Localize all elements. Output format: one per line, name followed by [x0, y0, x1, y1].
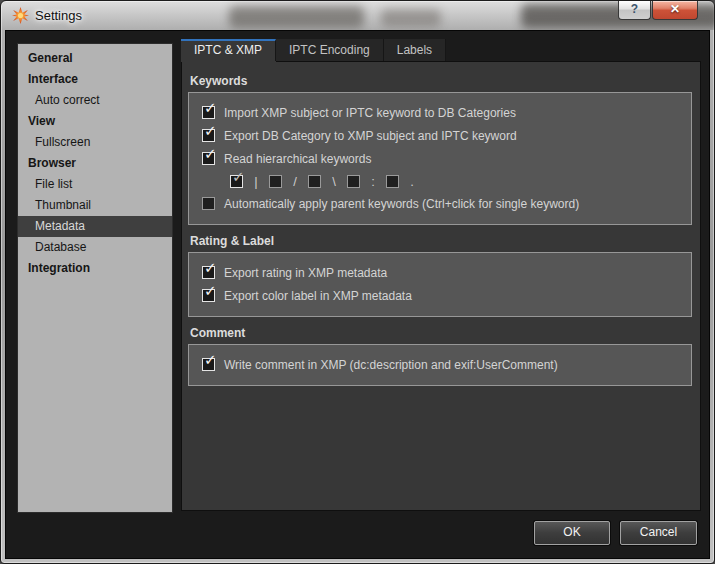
checkbox-row[interactable]: Read hierarchical keywords [202, 147, 687, 170]
sidebar-item-label: File list [35, 177, 72, 191]
sidebar-item-label: Integration [28, 261, 90, 275]
checkbox-write-comment[interactable] [202, 358, 215, 371]
cancel-button[interactable]: Cancel [620, 521, 697, 545]
group-title-comment: Comment [190, 326, 692, 340]
checkbox-row[interactable]: Automatically apply parent keywords (Ctr… [202, 192, 687, 215]
sidebar-item-label: Database [35, 240, 86, 254]
close-icon: ✕ [670, 2, 680, 16]
checkbox-row[interactable]: Export color label in XMP metadata [202, 284, 687, 307]
hierarchy-separator-row: | / \ : . [230, 170, 687, 192]
sidebar-item-integration[interactable]: Integration [18, 258, 172, 279]
separator-char: : [369, 174, 377, 189]
sidebar-item-view[interactable]: View [18, 111, 172, 132]
group-title-keywords: Keywords [190, 74, 692, 88]
sidebar-item-database[interactable]: Database [18, 237, 172, 258]
tab-label: Labels [397, 43, 432, 57]
checkbox-label: Automatically apply parent keywords (Ctr… [224, 197, 579, 211]
checkbox-label: Import XMP subject or IPTC keyword to DB… [224, 106, 516, 120]
glass-reflection [229, 6, 364, 28]
ok-button[interactable]: OK [534, 521, 610, 545]
checkbox-label: Export DB Category to XMP subject and IP… [224, 129, 517, 143]
tab-label: IPTC Encoding [289, 43, 370, 57]
checkbox-read-hierarchical[interactable] [202, 152, 215, 165]
caption-buttons: ? ✕ [618, 1, 698, 20]
checkbox-export-color-label[interactable] [202, 289, 215, 302]
help-icon: ? [631, 2, 638, 16]
checkbox-row[interactable]: Export DB Category to XMP subject and IP… [202, 124, 687, 147]
group-rating-label: Export rating in XMP metadata Export col… [188, 252, 692, 317]
sidebar-item-auto-correct[interactable]: Auto correct [18, 90, 172, 111]
sidebar-item-label: Auto correct [35, 93, 100, 107]
settings-sidebar: General Interface Auto correct View Full… [17, 43, 173, 513]
checkbox-label: Export color label in XMP metadata [224, 289, 412, 303]
titlebar[interactable]: Settings [1, 1, 714, 30]
separator-checkbox-dot[interactable] [386, 175, 399, 188]
separator-char: / [291, 174, 299, 189]
group-keywords: Import XMP subject or IPTC keyword to DB… [188, 92, 692, 225]
separator-char: \ [330, 174, 338, 189]
separator-checkbox-slash[interactable] [269, 175, 282, 188]
group-title-rating-label: Rating & Label [190, 234, 692, 248]
sidebar-item-browser[interactable]: Browser [18, 153, 172, 174]
tab-page-iptc-xmp: Keywords Import XMP subject or IPTC keyw… [181, 61, 701, 511]
separator-char: . [408, 174, 416, 189]
tab-label: IPTC & XMP [194, 43, 262, 57]
sidebar-item-file-list[interactable]: File list [18, 174, 172, 195]
sidebar-item-label: Metadata [35, 219, 85, 233]
checkbox-export-rating[interactable] [202, 266, 215, 279]
separator-checkbox-pipe[interactable] [230, 175, 243, 188]
client-area: General Interface Auto correct View Full… [5, 30, 710, 559]
checkbox-label: Read hierarchical keywords [224, 152, 371, 166]
checkbox-label: Write comment in XMP (dc:description and… [224, 358, 558, 372]
tab-strip: IPTC & XMP IPTC Encoding Labels [181, 39, 701, 61]
separator-checkbox-backslash[interactable] [308, 175, 321, 188]
tab-iptc-encoding[interactable]: IPTC Encoding [276, 39, 384, 61]
sidebar-item-label: General [28, 51, 73, 65]
checkbox-import-xmp[interactable] [202, 106, 215, 119]
separator-checkbox-colon[interactable] [347, 175, 360, 188]
sidebar-item-general[interactable]: General [18, 48, 172, 69]
checkbox-row[interactable]: Import XMP subject or IPTC keyword to DB… [202, 101, 687, 124]
group-comment: Write comment in XMP (dc:description and… [188, 344, 692, 386]
sidebar-item-label: Browser [28, 156, 76, 170]
glass-reflection [381, 9, 441, 27]
sidebar-item-label: Fullscreen [35, 135, 90, 149]
sidebar-item-label: Thumbnail [35, 198, 91, 212]
checkbox-label: Export rating in XMP metadata [224, 266, 387, 280]
help-button[interactable]: ? [618, 1, 651, 20]
sidebar-item-interface[interactable]: Interface [18, 69, 172, 90]
close-button[interactable]: ✕ [652, 1, 698, 20]
checkbox-apply-parent-keywords[interactable] [202, 197, 215, 210]
separator-char: | [252, 174, 260, 189]
sidebar-item-fullscreen[interactable]: Fullscreen [18, 132, 172, 153]
checkbox-export-db-category[interactable] [202, 129, 215, 142]
sunburst-icon [12, 7, 29, 24]
window-title: Settings [35, 8, 82, 23]
tab-labels[interactable]: Labels [384, 39, 446, 61]
metadata-tab-control: IPTC & XMP IPTC Encoding Labels Keywords… [181, 39, 701, 511]
checkbox-row[interactable]: Export rating in XMP metadata [202, 261, 687, 284]
tab-iptc-xmp[interactable]: IPTC & XMP [181, 39, 276, 61]
sidebar-item-metadata[interactable]: Metadata [18, 216, 172, 237]
sidebar-item-thumbnail[interactable]: Thumbnail [18, 195, 172, 216]
settings-window: Settings ? ✕ General Interface Auto corr… [0, 0, 715, 564]
sidebar-item-label: View [28, 114, 55, 128]
checkbox-row[interactable]: Write comment in XMP (dc:description and… [202, 353, 687, 376]
sidebar-item-label: Interface [28, 72, 78, 86]
